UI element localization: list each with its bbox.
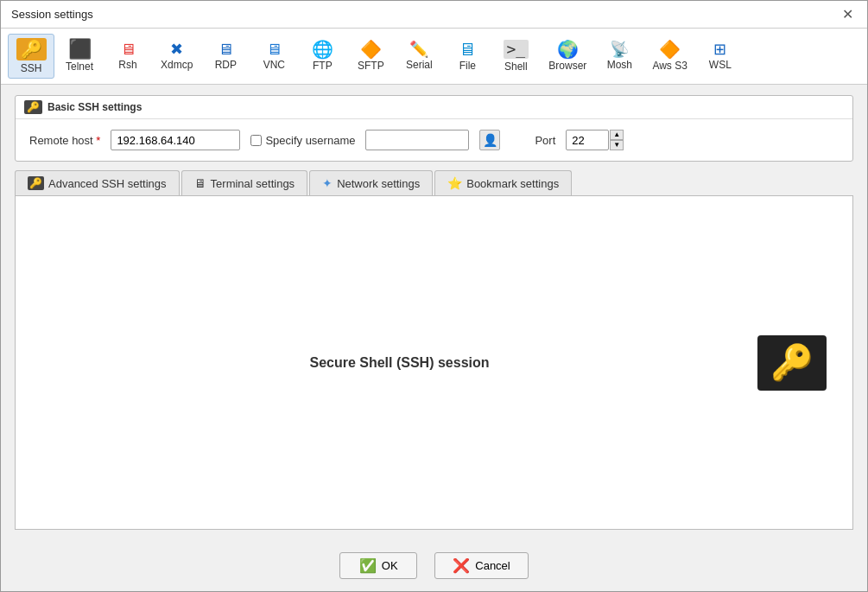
protocol-ssh[interactable]: 🔑 SSH bbox=[8, 34, 54, 79]
port-group: ▲ ▼ bbox=[566, 130, 624, 150]
mosh-label: Mosh bbox=[607, 59, 632, 71]
required-marker: * bbox=[96, 134, 100, 147]
port-decrement-button[interactable]: ▼ bbox=[610, 140, 624, 150]
basic-ssh-settings-icon: 🔑 bbox=[24, 100, 42, 114]
remote-host-input[interactable] bbox=[111, 130, 240, 150]
sub-tab-area: 🔑 Advanced SSH settings 🖥 Terminal setti… bbox=[15, 170, 853, 530]
sftp-icon: 🔶 bbox=[360, 41, 382, 58]
telnet-icon: ⬛ bbox=[68, 40, 92, 59]
basic-ssh-settings-body: Remote host * Specify username 👤 Port bbox=[16, 119, 852, 161]
ftp-icon: 🌐 bbox=[312, 41, 333, 58]
dialog-title: Session settings bbox=[11, 8, 93, 21]
file-icon: 🖥 bbox=[459, 41, 476, 58]
tab-advanced-ssh[interactable]: 🔑 Advanced SSH settings bbox=[15, 170, 180, 195]
port-increment-button[interactable]: ▲ bbox=[610, 130, 624, 140]
tab-bookmark[interactable]: ⭐ Bookmark settings bbox=[434, 170, 572, 195]
username-input[interactable] bbox=[365, 130, 469, 150]
serial-label: Serial bbox=[406, 59, 433, 71]
file-label: File bbox=[459, 60, 476, 72]
ftp-label: FTP bbox=[313, 60, 333, 72]
vnc-label: VNC bbox=[263, 59, 285, 71]
specify-username-label[interactable]: Specify username bbox=[250, 134, 355, 147]
terminal-icon: 🖥 bbox=[194, 176, 206, 190]
wsl-icon: ⊞ bbox=[713, 41, 726, 57]
protocol-ftp[interactable]: 🌐 FTP bbox=[299, 36, 345, 76]
protocol-mosh[interactable]: 📡 Mosh bbox=[596, 37, 643, 75]
port-label: Port bbox=[535, 134, 555, 147]
ssh-key-image: 🔑 bbox=[757, 335, 827, 391]
cancel-icon: ❌ bbox=[453, 557, 470, 574]
tab-terminal[interactable]: 🖥 Terminal settings bbox=[181, 170, 308, 195]
browser-label: Browser bbox=[548, 60, 586, 72]
protocol-sftp[interactable]: 🔶 SFTP bbox=[347, 36, 394, 76]
protocol-file[interactable]: 🖥 File bbox=[444, 36, 491, 76]
basic-ssh-settings-title: Basic SSH settings bbox=[48, 101, 142, 113]
wsl-label: WSL bbox=[709, 59, 732, 71]
tab-panel-content: Secure Shell (SSH) session 🔑 bbox=[15, 196, 853, 530]
network-icon: ✦ bbox=[322, 176, 333, 190]
telnet-label: Telnet bbox=[66, 60, 93, 73]
rdp-icon: 🖥 bbox=[218, 41, 233, 57]
protocol-aws-s3[interactable]: 🔶 Aws S3 bbox=[644, 36, 694, 76]
ok-button[interactable]: ✅ OK bbox=[339, 552, 417, 579]
sftp-label: SFTP bbox=[358, 60, 384, 72]
ssh-label: SSH bbox=[21, 62, 42, 74]
protocol-xdmcp[interactable]: ✖ Xdmcp bbox=[153, 37, 200, 75]
key-emoji: 🔑 bbox=[770, 342, 814, 383]
mosh-icon: 📡 bbox=[610, 41, 629, 57]
protocol-telnet[interactable]: ⬛ Telnet bbox=[56, 35, 103, 77]
rsh-icon: 🖥 bbox=[120, 41, 136, 57]
browser-icon: 🌍 bbox=[557, 41, 579, 58]
ok-icon: ✅ bbox=[359, 557, 377, 574]
remote-host-label: Remote host * bbox=[29, 134, 100, 147]
user-icon: 👤 bbox=[483, 133, 497, 147]
title-bar: Session settings ✕ bbox=[1, 1, 867, 29]
cancel-button[interactable]: ❌ Cancel bbox=[434, 552, 528, 579]
rdp-label: RDP bbox=[215, 59, 237, 71]
advanced-ssh-icon: 🔑 bbox=[28, 176, 44, 190]
protocol-vnc[interactable]: 🖥 VNC bbox=[250, 37, 297, 75]
protocol-bar: 🔑 SSH ⬛ Telnet 🖥 Rsh ✖ Xdmcp 🖥 RDP 🖥 VNC bbox=[1, 29, 867, 85]
shell-label: Shell bbox=[504, 60, 528, 73]
protocol-serial[interactable]: ✏️ Serial bbox=[396, 37, 442, 75]
rsh-label: Rsh bbox=[118, 59, 136, 71]
protocol-rsh[interactable]: 🖥 Rsh bbox=[105, 37, 151, 75]
protocol-wsl[interactable]: ⊞ WSL bbox=[697, 37, 744, 75]
xdmcp-icon: ✖ bbox=[170, 41, 183, 57]
basic-ssh-settings-header: 🔑 Basic SSH settings bbox=[16, 96, 852, 119]
protocol-browser[interactable]: 🌍 Browser bbox=[541, 36, 594, 76]
protocol-rdp[interactable]: 🖥 RDP bbox=[202, 37, 249, 75]
ssh-icon: 🔑 bbox=[16, 38, 47, 60]
protocol-shell[interactable]: >_ Shell bbox=[492, 35, 539, 77]
specify-username-checkbox[interactable] bbox=[250, 135, 262, 146]
tab-network[interactable]: ✦ Network settings bbox=[309, 170, 433, 195]
bookmark-icon: ⭐ bbox=[447, 176, 462, 190]
port-input[interactable] bbox=[566, 130, 609, 150]
sub-tabs: 🔑 Advanced SSH settings 🖥 Terminal setti… bbox=[15, 170, 853, 196]
aws-s3-icon: 🔶 bbox=[659, 41, 681, 58]
xdmcp-label: Xdmcp bbox=[161, 59, 193, 71]
button-bar: ✅ OK ❌ Cancel bbox=[1, 540, 867, 591]
serial-icon: ✏️ bbox=[409, 41, 428, 57]
close-button[interactable]: ✕ bbox=[839, 8, 857, 22]
main-content: 🔑 Basic SSH settings Remote host * Speci… bbox=[1, 85, 867, 540]
session-settings-dialog: Session settings ✕ 🔑 SSH ⬛ Telnet 🖥 Rsh … bbox=[0, 0, 868, 592]
vnc-icon: 🖥 bbox=[266, 41, 282, 57]
user-browse-button[interactable]: 👤 bbox=[479, 130, 500, 150]
shell-icon: >_ bbox=[504, 40, 529, 59]
basic-ssh-settings-box: 🔑 Basic SSH settings Remote host * Speci… bbox=[15, 95, 853, 162]
aws-s3-label: Aws S3 bbox=[652, 60, 687, 72]
session-description: Secure Shell (SSH) session bbox=[41, 355, 757, 371]
port-spinner: ▲ ▼ bbox=[610, 130, 624, 150]
